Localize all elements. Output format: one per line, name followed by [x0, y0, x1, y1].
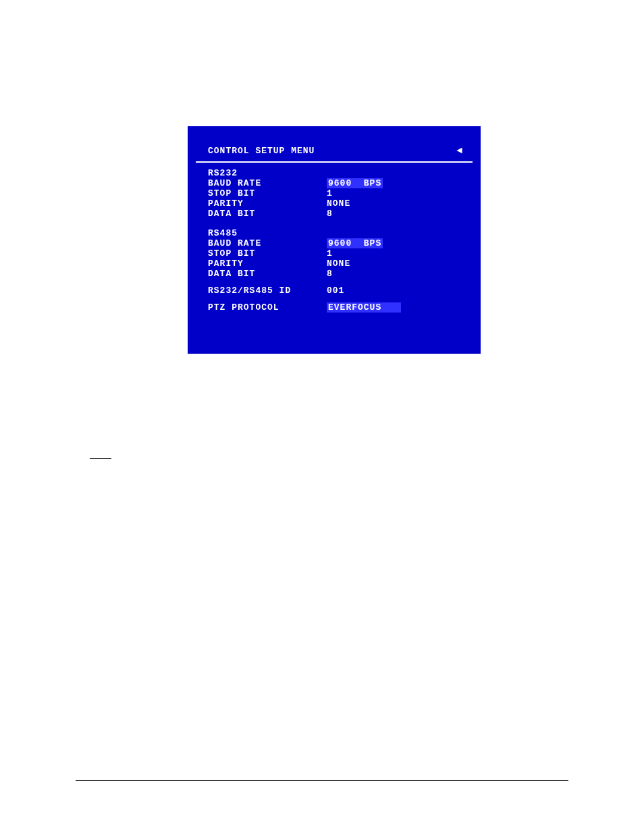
rs-id-row[interactable]: RS232/RS485 ID 001	[208, 286, 460, 296]
ptz-protocol-row[interactable]: PTZ PROTOCOL EVERFOCUS	[208, 302, 460, 313]
rs485-baud-rate-label: BAUD RATE	[208, 238, 327, 248]
control-setup-menu-screen: CONTROL SETUP MENU ◄ RS232 BAUD RATE 960…	[188, 126, 481, 354]
rs232-stop-bit-label: STOP BIT	[208, 188, 327, 198]
rs232-parity-label: PARITY	[208, 198, 327, 209]
rs232-parity-row[interactable]: PARITY NONE	[208, 198, 460, 209]
menu-content: RS232 BAUD RATE 9600 BPS STOP BIT 1 PARI…	[188, 167, 481, 313]
rs485-data-bit-row[interactable]: DATA BIT 8	[208, 269, 460, 279]
rs232-data-bit-value[interactable]: 8	[327, 209, 333, 219]
rs232-stop-bit-value[interactable]: 1	[327, 188, 333, 198]
header-divider	[196, 161, 473, 163]
ptz-protocol-label: PTZ PROTOCOL	[208, 302, 327, 313]
rs-id-value[interactable]: 001	[327, 286, 344, 296]
rs485-section-label: RS485	[208, 228, 460, 238]
rs485-stop-bit-row[interactable]: STOP BIT 1	[208, 248, 460, 259]
rs232-data-bit-label: DATA BIT	[208, 209, 327, 219]
rs485-baud-rate-value[interactable]: 9600 BPS	[327, 238, 383, 248]
rs-id-label: RS232/RS485 ID	[208, 286, 327, 296]
rs232-baud-rate-value[interactable]: 9600 BPS	[327, 178, 383, 188]
rs485-parity-value[interactable]: NONE	[327, 259, 350, 269]
rs232-data-bit-row[interactable]: DATA BIT 8	[208, 209, 460, 219]
rs485-data-bit-label: DATA BIT	[208, 269, 327, 279]
footer-separator	[76, 780, 568, 781]
rs485-data-bit-value[interactable]: 8	[327, 269, 333, 279]
rs232-baud-rate-row[interactable]: BAUD RATE 9600 BPS	[208, 178, 460, 188]
rs232-section-label: RS232	[208, 168, 460, 178]
rs485-baud-rate-row[interactable]: BAUD RATE 9600 BPS	[208, 238, 460, 248]
rs485-parity-row[interactable]: PARITY NONE	[208, 259, 460, 269]
rs232-baud-rate-label: BAUD RATE	[208, 178, 327, 188]
menu-title: CONTROL SETUP MENU	[208, 146, 315, 156]
menu-header: CONTROL SETUP MENU ◄	[188, 126, 481, 161]
rs485-stop-bit-label: STOP BIT	[208, 248, 327, 259]
rs485-parity-label: PARITY	[208, 259, 327, 269]
rs485-stop-bit-value[interactable]: 1	[327, 248, 333, 259]
back-arrow-icon[interactable]: ◄	[457, 145, 463, 156]
rs232-stop-bit-row[interactable]: STOP BIT 1	[208, 188, 460, 198]
rs232-parity-value[interactable]: NONE	[327, 198, 350, 209]
ptz-protocol-value[interactable]: EVERFOCUS	[327, 302, 401, 313]
short-underline	[90, 458, 111, 459]
